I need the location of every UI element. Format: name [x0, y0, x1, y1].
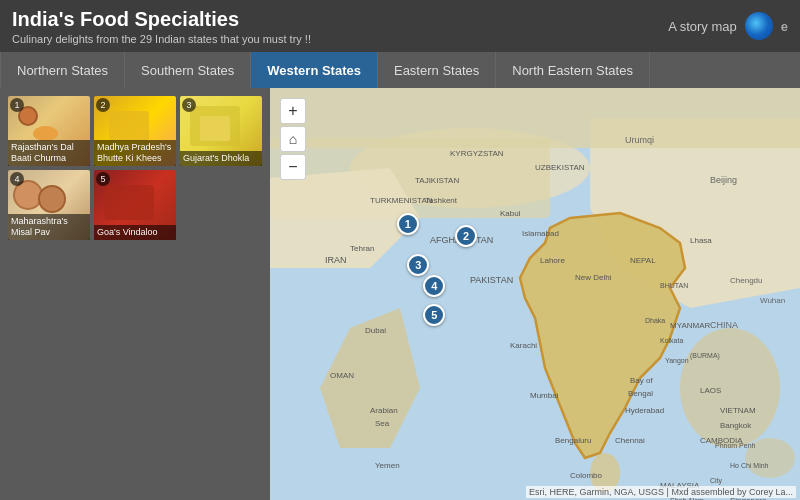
- svg-text:LAOS: LAOS: [700, 386, 721, 395]
- svg-text:(BURMA): (BURMA): [690, 352, 720, 360]
- left-panel: 1 Rajasthan's Dal Baati Churma 2 Madhya …: [0, 88, 270, 500]
- svg-text:OMAN: OMAN: [330, 371, 354, 380]
- svg-text:Chengdu: Chengdu: [730, 276, 762, 285]
- app-subtitle: Culinary delights from the 29 Indian sta…: [12, 33, 311, 45]
- svg-text:UZBEKISTAN: UZBEKISTAN: [535, 163, 585, 172]
- tab-eastern[interactable]: Eastern States: [378, 52, 496, 88]
- svg-text:Islamabad: Islamabad: [522, 229, 559, 238]
- food-number: 2: [96, 98, 110, 112]
- food-label: Goa's Vindaloo: [94, 225, 176, 240]
- map-area[interactable]: Urumqi Beijing CHINA Chengdu Wuhan UZBEK…: [270, 88, 800, 500]
- svg-text:Tehran: Tehran: [350, 244, 374, 253]
- svg-text:NEPAL: NEPAL: [630, 256, 656, 265]
- svg-text:Bangkok: Bangkok: [720, 421, 752, 430]
- svg-text:Yemen: Yemen: [375, 461, 400, 470]
- svg-text:Colombo: Colombo: [570, 471, 603, 480]
- list-item[interactable]: 3 Gujarat's Dhokla: [180, 96, 262, 166]
- svg-text:MYANMAR: MYANMAR: [670, 321, 711, 330]
- food-grid: 1 Rajasthan's Dal Baati Churma 2 Madhya …: [8, 96, 262, 240]
- food-label: Maharashtra's Misal Pav: [8, 214, 90, 240]
- svg-text:Bengaluru: Bengaluru: [555, 436, 591, 445]
- svg-text:BHUTAN: BHUTAN: [660, 282, 688, 289]
- food-number: 5: [96, 172, 110, 186]
- svg-text:City: City: [710, 477, 723, 485]
- svg-text:Arabian: Arabian: [370, 406, 398, 415]
- svg-point-6: [680, 328, 780, 448]
- svg-text:Urumqi: Urumqi: [625, 135, 654, 145]
- esri-logo: e: [781, 19, 788, 34]
- map-pin-4[interactable]: 4: [423, 275, 445, 297]
- tab-western[interactable]: Western States: [251, 52, 378, 88]
- svg-text:Dubai: Dubai: [365, 326, 386, 335]
- svg-text:Kabul: Kabul: [500, 209, 521, 218]
- svg-text:Phnom Penh: Phnom Penh: [715, 442, 756, 449]
- main-content: 1 Rajasthan's Dal Baati Churma 2 Madhya …: [0, 88, 800, 500]
- header-right: A story map e: [668, 12, 788, 40]
- food-number: 3: [182, 98, 196, 112]
- header: India's Food Specialties Culinary deligh…: [0, 0, 800, 52]
- svg-text:Beijing: Beijing: [710, 175, 737, 185]
- svg-text:Hyderabad: Hyderabad: [625, 406, 664, 415]
- svg-text:Tashkent: Tashkent: [425, 196, 458, 205]
- svg-text:Ho Chi Minh: Ho Chi Minh: [730, 462, 769, 469]
- zoom-out-button[interactable]: −: [280, 154, 306, 180]
- map-pin-2[interactable]: 2: [455, 225, 477, 247]
- svg-text:TAJIKISTAN: TAJIKISTAN: [415, 176, 459, 185]
- svg-rect-5: [270, 88, 800, 148]
- list-item[interactable]: 5 Goa's Vindaloo: [94, 170, 176, 240]
- home-button[interactable]: ⌂: [280, 126, 306, 152]
- svg-text:Karachi: Karachi: [510, 341, 537, 350]
- svg-text:Lhasa: Lhasa: [690, 236, 712, 245]
- svg-text:TURKMENISTAN: TURKMENISTAN: [370, 196, 433, 205]
- globe-icon[interactable]: [745, 12, 773, 40]
- tab-northern[interactable]: Northern States: [0, 52, 125, 88]
- svg-text:Sea: Sea: [375, 419, 390, 428]
- list-item[interactable]: 2 Madhya Pradesh's Bhutte Ki Khees: [94, 96, 176, 166]
- svg-text:Lahore: Lahore: [540, 256, 565, 265]
- food-label: Rajasthan's Dal Baati Churma: [8, 140, 90, 166]
- food-number: 4: [10, 172, 24, 186]
- svg-text:CHINA: CHINA: [710, 320, 738, 330]
- food-label: Gujarat's Dhokla: [180, 151, 262, 166]
- tab-southern[interactable]: Southern States: [125, 52, 251, 88]
- svg-text:Bay of: Bay of: [630, 376, 653, 385]
- svg-text:Bengal: Bengal: [628, 389, 653, 398]
- map-pin-3[interactable]: 3: [407, 254, 429, 276]
- svg-text:Mumbai: Mumbai: [530, 391, 559, 400]
- map-pin-1[interactable]: 1: [397, 213, 419, 235]
- svg-text:Yangon: Yangon: [665, 357, 689, 365]
- svg-text:KYRGYZSTAN: KYRGYZSTAN: [450, 149, 504, 158]
- svg-text:IRAN: IRAN: [325, 255, 347, 265]
- food-label: Madhya Pradesh's Bhutte Ki Khees: [94, 140, 176, 166]
- tab-bar: Northern States Southern States Western …: [0, 52, 800, 88]
- header-left: India's Food Specialties Culinary deligh…: [12, 8, 311, 45]
- food-number: 1: [10, 98, 24, 112]
- map-controls: + ⌂ −: [280, 98, 306, 180]
- map-pin-5[interactable]: 5: [423, 304, 445, 326]
- svg-text:Wuhan: Wuhan: [760, 296, 785, 305]
- list-item[interactable]: 4 Maharashtra's Misal Pav: [8, 170, 90, 240]
- story-map-label: A story map: [668, 19, 737, 34]
- svg-text:Kolkata: Kolkata: [660, 337, 683, 344]
- svg-text:PAKISTAN: PAKISTAN: [470, 275, 513, 285]
- map-attribution: Esri, HERE, Garmin, NGA, USGS | Mxd asse…: [526, 486, 796, 498]
- map-svg: Urumqi Beijing CHINA Chengdu Wuhan UZBEK…: [270, 88, 800, 500]
- app-title: India's Food Specialties: [12, 8, 311, 31]
- list-item[interactable]: 1 Rajasthan's Dal Baati Churma: [8, 96, 90, 166]
- svg-text:VIETNAM: VIETNAM: [720, 406, 756, 415]
- svg-text:Chennai: Chennai: [615, 436, 645, 445]
- svg-text:Dhaka: Dhaka: [645, 317, 665, 324]
- tab-northeastern[interactable]: North Eastern States: [496, 52, 650, 88]
- zoom-in-button[interactable]: +: [280, 98, 306, 124]
- svg-text:New Delhi: New Delhi: [575, 273, 612, 282]
